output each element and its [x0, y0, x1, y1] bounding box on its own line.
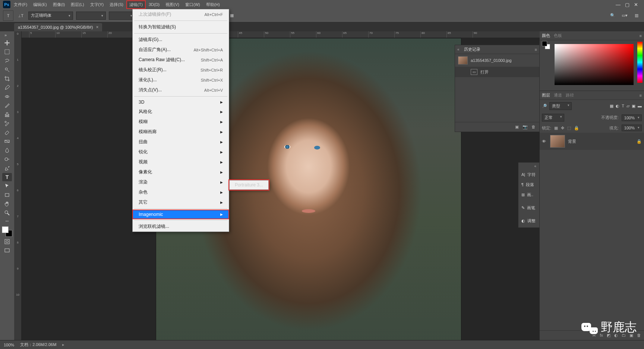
quick-select-tool[interactable]: [2, 66, 12, 74]
filter-type-icon[interactable]: T: [622, 104, 624, 109]
lock-artboard-icon[interactable]: ⬚: [567, 126, 571, 131]
history-brush-tool[interactable]: [2, 119, 12, 128]
document-tab-close-icon[interactable]: ×: [96, 25, 98, 30]
foreground-background-colors[interactable]: [2, 226, 12, 237]
blur-tool[interactable]: [2, 146, 12, 154]
dodge-tool[interactable]: [2, 155, 12, 163]
filter-adjust-icon[interactable]: ◐: [616, 104, 619, 109]
menu-window[interactable]: 窗口(W): [183, 1, 203, 9]
layers-tab[interactable]: 图层: [542, 92, 550, 98]
channels-tab[interactable]: 通道: [554, 92, 562, 98]
filter-menu-item[interactable]: 转换为智能滤镜(S): [133, 22, 229, 32]
font-size-select[interactable]: [109, 12, 135, 20]
filter-menu-item[interactable]: 滤镜库(G)...: [133, 35, 229, 45]
filter-smart-icon[interactable]: ▣: [632, 104, 635, 109]
menu-file[interactable]: 文件(F): [11, 1, 30, 9]
filter-toggle-icon[interactable]: ▬: [638, 104, 642, 109]
filter-menu-item[interactable]: 杂色▶: [133, 187, 229, 197]
layer-name[interactable]: 背景: [568, 139, 576, 144]
edit-toolbar-icon[interactable]: •••: [6, 219, 9, 223]
filter-menu-item[interactable]: 3D▶: [133, 98, 229, 107]
color-picker-field[interactable]: [555, 44, 634, 85]
gradient-tool[interactable]: [2, 137, 12, 145]
visibility-icon[interactable]: 👁: [542, 139, 547, 144]
lock-position-icon[interactable]: ✥: [561, 126, 564, 131]
menu-image[interactable]: 图像(I): [50, 1, 67, 9]
filter-menu-item[interactable]: 其它▶: [133, 197, 229, 207]
menu-layer[interactable]: 图层(L): [68, 1, 86, 9]
swatches-tab[interactable]: 色板: [554, 33, 562, 38]
filter-menu-item[interactable]: 液化(L)...Shift+Ctrl+X: [133, 75, 229, 85]
document-info[interactable]: 文档：2.06M/2.06M: [20, 342, 56, 348]
history-snapshot[interactable]: a13554357_01000.jpg: [455, 54, 539, 67]
filter-menu-item[interactable]: 镜头校正(R)...Shift+Ctrl+R: [133, 65, 229, 75]
stamp-tool[interactable]: [2, 110, 12, 119]
menu-select[interactable]: 选择(S): [107, 1, 126, 9]
filter-pixel-icon[interactable]: ▦: [610, 104, 613, 109]
brush-tool[interactable]: [2, 101, 12, 110]
lock-icon[interactable]: 🔒: [637, 139, 642, 144]
layer-row[interactable]: 👁 背景 🔒: [540, 133, 644, 150]
toolbar-collapse-icon[interactable]: »: [4, 33, 10, 38]
filter-menu-item[interactable]: 像素化▶: [133, 167, 229, 177]
history-state[interactable]: ▭ 打开: [455, 67, 539, 77]
workspace-icon[interactable]: ▥: [632, 11, 641, 20]
glyphs-panel-button[interactable]: ⊞画..: [520, 190, 538, 200]
status-flyout-icon[interactable]: ▸: [62, 342, 64, 347]
filter-menu-item[interactable]: 视频▶: [133, 157, 229, 167]
path-select-tool[interactable]: [2, 182, 12, 190]
layer-thumbnail[interactable]: [550, 135, 565, 148]
character-panel-button[interactable]: A|字符: [520, 170, 538, 180]
fill-input[interactable]: 100%: [622, 125, 642, 131]
eyedropper-tool[interactable]: [2, 84, 12, 92]
font-family-select[interactable]: 方正喵呜体: [28, 12, 73, 20]
move-tool[interactable]: [2, 39, 12, 47]
maximize-icon[interactable]: ▢: [625, 2, 629, 7]
zoom-tool[interactable]: [2, 209, 12, 217]
search-icon[interactable]: 🔍: [608, 11, 617, 20]
lock-all-icon[interactable]: 🔒: [574, 126, 579, 131]
lasso-tool[interactable]: [2, 57, 12, 65]
color-tab[interactable]: 颜色: [542, 33, 550, 38]
menu-type[interactable]: 文字(Y): [88, 1, 107, 9]
quickmask-icon[interactable]: [2, 238, 12, 246]
tool-preset-picker[interactable]: T: [3, 10, 13, 21]
crop-tool[interactable]: [2, 75, 12, 83]
filter-menu-item[interactable]: 浏览联机滤镜...: [133, 221, 229, 232]
brushes-panel-button[interactable]: ✎画笔: [520, 203, 538, 213]
create-snapshot-icon[interactable]: 📷: [523, 125, 528, 129]
adjustments-panel-button[interactable]: ◐调整: [520, 216, 538, 226]
history-tab[interactable]: 历史记录: [464, 47, 480, 52]
minimize-icon[interactable]: —: [616, 2, 621, 7]
menu-edit[interactable]: 编辑(E): [31, 1, 50, 9]
filter-menu-item[interactable]: 风格化▶: [133, 107, 229, 117]
panel-menu-icon[interactable]: ≡: [535, 47, 537, 52]
panel-collapse-icon[interactable]: «: [520, 164, 538, 170]
zoom-level[interactable]: 100%: [4, 343, 14, 347]
filter-menu-item[interactable]: 锐化▶: [133, 147, 229, 157]
layer-filter-type[interactable]: 类型: [549, 102, 572, 110]
hue-slider[interactable]: [637, 42, 643, 83]
filter-menu-item[interactable]: 模糊画廊▶: [133, 127, 229, 137]
filter-menu-item[interactable]: 渲染▶: [133, 177, 229, 187]
close-icon[interactable]: ✕: [634, 2, 638, 7]
font-style-select[interactable]: [76, 12, 106, 20]
paths-tab[interactable]: 路径: [566, 92, 574, 98]
filter-menu-item[interactable]: 模糊▶: [133, 117, 229, 127]
panel-menu-icon[interactable]: ≡: [640, 34, 642, 38]
filter-menu-item[interactable]: Imagenomic▶: [133, 210, 229, 219]
delete-layer-icon[interactable]: 🗑: [637, 333, 641, 338]
pen-tool[interactable]: [2, 164, 12, 172]
screenmode-icon[interactable]: [2, 246, 12, 255]
toggle-orientation-icon[interactable]: ⟂T: [16, 11, 25, 20]
document-tab[interactable]: a13554357_01000.jpg @ 100%(RGB/8#) ×: [14, 23, 102, 31]
filter-menu-item[interactable]: 自适应广角(A)...Alt+Shift+Ctrl+A: [133, 45, 229, 55]
eraser-tool[interactable]: [2, 128, 12, 136]
hand-tool[interactable]: [2, 200, 12, 208]
lock-pixels-icon[interactable]: ▦: [554, 126, 558, 131]
portraiture-menu-item[interactable]: Portraiture 3...: [230, 180, 268, 189]
healing-tool[interactable]: [2, 92, 12, 101]
rectangle-tool[interactable]: [2, 191, 12, 199]
marquee-tool[interactable]: [2, 48, 12, 56]
filter-menu-item[interactable]: 消失点(V)...Alt+Ctrl+V: [133, 85, 229, 95]
